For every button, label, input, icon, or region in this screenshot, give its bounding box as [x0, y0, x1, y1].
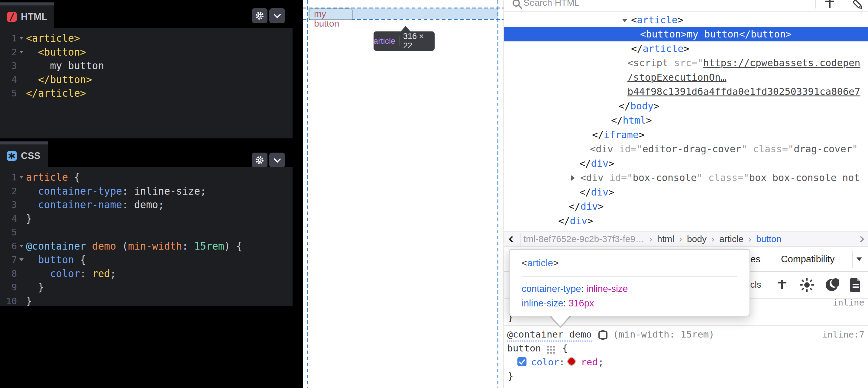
fold-icon[interactable] — [17, 245, 26, 248]
markup-token: > — [598, 201, 603, 212]
markup-token: </ — [631, 43, 643, 54]
css-settings-button[interactable] — [252, 153, 268, 168]
toolbar-separator — [815, 0, 816, 8]
breadcrumb-separator-glyph: › — [711, 234, 714, 244]
markup-token: box-console — [632, 172, 696, 184]
devtools-panel: Search HTML <article><button>my button</… — [503, 0, 868, 388]
css-logo-icon — [7, 151, 17, 161]
markup-row[interactable]: <div id="box-console" class="box box-con… — [504, 171, 868, 185]
light-theme-icon[interactable] — [799, 277, 815, 293]
css-code-area[interactable]: 1article {2 container-type: inline-size;… — [0, 167, 292, 306]
size-tooltip-dimensions: 316 × 22 — [403, 32, 435, 51]
editor-line[interactable]: 2 <button> — [0, 45, 292, 59]
markup-token: body — [630, 100, 654, 112]
pick-element-icon[interactable] — [849, 0, 863, 11]
markup-row[interactable]: </html> — [504, 113, 868, 128]
fold-icon[interactable] — [17, 51, 26, 54]
container-query-icon[interactable] — [597, 329, 609, 341]
editor-line[interactable]: 4} — [0, 212, 292, 226]
tab-css-editor[interactable]: CSS — [0, 144, 49, 167]
code-text: } — [26, 295, 32, 306]
editor-line[interactable]: 8 color: red; — [0, 267, 292, 281]
markup-row[interactable]: b44f98c1391d6a4ffda0e1fd302503391ca806e7 — [504, 85, 868, 99]
print-simulation-icon[interactable] — [849, 277, 862, 293]
markup-token: html — [623, 115, 646, 126]
container-source-link[interactable]: inline:7 — [822, 329, 864, 340]
editor-line[interactable]: 5</article> — [0, 87, 292, 100]
css-collapse-button[interactable] — [269, 153, 285, 168]
breadcrumb-next-icon[interactable] — [858, 236, 864, 243]
color-swatch[interactable] — [567, 357, 576, 366]
script-src-link[interactable]: https://cpwebassets.codepen — [703, 57, 860, 69]
html-code-area[interactable]: 1<article>2 <button>3 my button4 </butto… — [0, 28, 292, 138]
dark-theme-icon[interactable] — [825, 278, 839, 292]
editor-line[interactable]: 3 my button — [0, 59, 292, 73]
markup-row[interactable]: <article> — [504, 13, 868, 27]
search-input[interactable]: Search HTML — [523, 0, 579, 8]
breadcrumb-item-article[interactable]: article — [719, 234, 743, 244]
code-text: } — [26, 213, 32, 225]
markup-token: <div — [580, 172, 609, 184]
editor-line[interactable]: 6@container demo (min-width: 15rem) { — [0, 239, 292, 253]
add-node-icon[interactable] — [825, 0, 834, 8]
markup-row[interactable]: /stopExecutionOn… — [504, 70, 868, 85]
markup-row[interactable]: </div> — [504, 185, 868, 199]
breadcrumb-item-body[interactable]: body — [687, 234, 707, 244]
markup-token: </ — [592, 129, 604, 140]
editor-line[interactable]: 7 button { — [0, 253, 292, 267]
rule-open-brace: { — [562, 343, 568, 354]
markup-row-selected[interactable]: <button>my button</button> — [504, 27, 868, 42]
preview-my-button[interactable]: my button — [309, 8, 353, 20]
line-number: 4 — [0, 213, 17, 224]
declaration-checkbox[interactable] — [518, 357, 526, 366]
code-text: } — [26, 281, 44, 293]
editor-line[interactable]: 10} — [0, 294, 292, 306]
grid-toggle-icon[interactable] — [547, 346, 549, 348]
tab-html-editor[interactable]: / HTML — [0, 5, 54, 28]
markup-row[interactable]: </div> — [504, 214, 868, 228]
add-rule-icon[interactable] — [777, 280, 786, 289]
tabs-overflow-icon[interactable] — [857, 257, 862, 261]
markup-token: > — [683, 43, 689, 54]
line-number: 1 — [0, 33, 17, 43]
breadcrumb-separator-glyph: › — [679, 234, 682, 244]
tabs-separator — [852, 251, 853, 268]
markup-row[interactable]: <script src="https://cpwebassets.codepen — [504, 56, 868, 70]
editor-line[interactable]: 5 — [0, 225, 292, 239]
script-src-link[interactable]: b44f98c1391d6a4ffda0e1fd302503391ca806e7 — [627, 86, 861, 97]
expand-arrow-closed-icon[interactable] — [571, 175, 575, 181]
rule-source-link[interactable]: inline — [833, 297, 864, 308]
html-settings-button[interactable] — [252, 8, 268, 23]
markup-row[interactable]: </article> — [504, 41, 868, 56]
editor-line[interactable]: 1<article> — [0, 31, 292, 45]
tab-compatibility[interactable]: Compatibility — [781, 254, 834, 265]
breadcrumb-item-button[interactable]: button — [756, 234, 781, 244]
breadcrumb-item-tml-8ef7652e-9c2b-37f3-fe9-[interactable]: tml-8ef7652e-9c2b-37f3-fe9… — [523, 234, 644, 244]
markup-token: " — [852, 143, 858, 155]
declaration-value[interactable]: red — [581, 357, 598, 367]
editor-line[interactable]: 4 </button> — [0, 73, 292, 87]
markup-row[interactable]: </div> — [504, 199, 868, 214]
expand-arrow-open-icon[interactable] — [622, 19, 627, 22]
editor-line[interactable]: 9 } — [0, 281, 292, 294]
markup-token: </ — [611, 115, 623, 126]
markup-row[interactable]: </body> — [504, 99, 868, 113]
markup-row[interactable]: </iframe> — [504, 128, 868, 142]
container-rule-name[interactable]: @container demo — [507, 329, 592, 342]
fold-icon[interactable] — [17, 176, 26, 179]
editor-line[interactable]: 3 container-name: demo; — [0, 198, 292, 212]
editor-line[interactable]: 2 container-type: inline-size; — [0, 184, 292, 198]
fold-icon[interactable] — [17, 37, 26, 40]
breadcrumb-prev-icon[interactable] — [509, 236, 516, 243]
fold-icon[interactable] — [17, 258, 26, 261]
html-collapse-button[interactable] — [269, 8, 285, 23]
markup-row[interactable]: <div id="editor-drag-cover" class="drag-… — [504, 142, 868, 157]
markup-row[interactable]: </div> — [504, 156, 868, 171]
script-src-link[interactable]: /stopExecutionOn… — [627, 72, 726, 83]
markup-token: > — [654, 100, 659, 112]
editor-line[interactable]: 1article { — [0, 170, 292, 184]
declaration-property[interactable]: color — [531, 357, 559, 367]
markup-token: </ — [739, 28, 751, 40]
breadcrumb-item-html[interactable]: html — [657, 234, 674, 244]
code-text: <article> — [26, 32, 80, 44]
